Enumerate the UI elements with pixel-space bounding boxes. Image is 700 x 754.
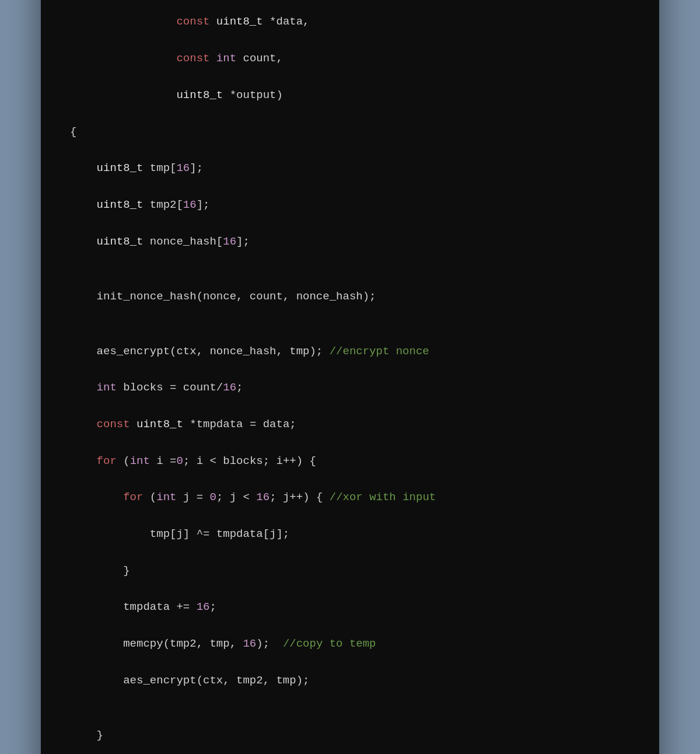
code-line-4: const int count, — [70, 50, 630, 68]
code-line-24: } — [70, 727, 630, 745]
code-line-22: aes_encrypt(ctx, tmp2, tmp); — [70, 672, 630, 690]
code-line-8: uint8_t tmp2[16]; — [70, 196, 630, 214]
editor-window: void aes_hash(AES_Context *ctx, const ui… — [41, 0, 659, 754]
code-line-6: { — [70, 123, 630, 141]
code-line-17: for (int j = 0; j < 16; j++) { //xor wit… — [70, 488, 630, 507]
code-line-20: tmpdata += 16; — [70, 598, 630, 616]
code-line-21: memcpy(tmp2, tmp, 16); //copy to temp — [70, 635, 630, 653]
code-line-16: for (int i =0; i < blocks; i++) { — [70, 452, 630, 470]
code-line-18: tmp[j] ^= tmpdata[j]; — [70, 525, 630, 543]
code-line-9: uint8_t nonce_hash[16]; — [70, 233, 630, 251]
code-line-14: int blocks = count/16; — [70, 379, 630, 397]
code-line-3: const uint8_t *data, — [70, 13, 630, 31]
code-line-13: aes_encrypt(ctx, nonce_hash, tmp); //enc… — [70, 343, 630, 361]
code-line-5: uint8_t *output) — [70, 86, 630, 104]
code-line-11: init_nonce_hash(nonce, count, nonce_hash… — [70, 288, 630, 306]
code-line-19: } — [70, 562, 630, 580]
code-line-7: uint8_t tmp[16]; — [70, 159, 630, 177]
code-editor: void aes_hash(AES_Context *ctx, const ui… — [41, 0, 659, 754]
code-line-15: const uint8_t *tmpdata = data; — [70, 416, 630, 434]
